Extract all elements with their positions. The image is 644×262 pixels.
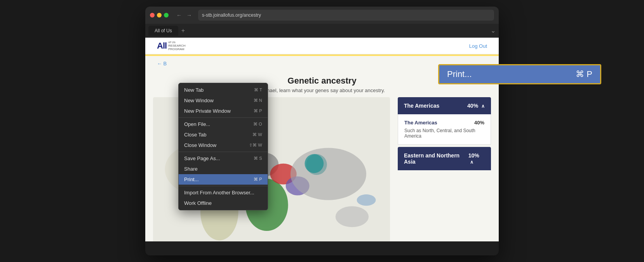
right-panel: The Americas 40% ∧ The Americas 40% Such… — [398, 97, 491, 241]
menu-shortcut-new-private: ⌘ P — [254, 108, 262, 114]
menu-separator-3 — [179, 186, 268, 186]
menu-shortcut-print: ⌘ P — [254, 177, 262, 182]
forward-arrow[interactable]: → — [185, 11, 193, 19]
americas-percentage: 40% — [467, 103, 478, 109]
traffic-lights — [150, 13, 169, 17]
menu-item-new-private-window[interactable]: New Private Window ⌘ P — [179, 106, 268, 116]
americas-pct-chevron: 40% ∧ — [467, 103, 485, 109]
menu-item-work-offline[interactable]: Work Offline — [179, 198, 268, 208]
menu-item-open-file[interactable]: Open File... ⌘ O — [179, 119, 268, 129]
menu-label-close-window: Close Window — [184, 142, 216, 148]
print-callout-label: Print... — [447, 69, 472, 79]
minimize-button[interactable] — [157, 13, 162, 17]
svg-point-7 — [291, 148, 366, 200]
menu-item-close-tab[interactable]: Close Tab ⌘ W — [179, 129, 268, 140]
active-tab[interactable]: All of Us — [148, 26, 178, 36]
menu-shortcut-save-page: ⌘ S — [254, 156, 262, 161]
menu-label-print: Print... — [184, 176, 199, 182]
ancestry-expanded-americas: The Americas 40% Such as North, Central,… — [398, 114, 491, 145]
back-arrow[interactable]: ← — [175, 11, 183, 19]
ancestry-section-americas-header[interactable]: The Americas 40% ∧ — [398, 97, 491, 114]
menu-label-share: Share — [184, 166, 198, 172]
menu-label-import: Import From Another Browser... — [184, 190, 254, 196]
menu-label-new-tab: New Tab — [184, 87, 204, 93]
logout-link[interactable]: Log Out — [469, 43, 487, 49]
menu-item-close-window[interactable]: Close Window ⇧⌘ W — [179, 140, 268, 150]
menu-item-new-tab[interactable]: New Tab ⌘ T — [179, 85, 268, 95]
browser-window: ← → s-stb.joinallofus.org/ancestry All o… — [145, 7, 499, 255]
back-button[interactable]: ← B — [157, 61, 487, 66]
menu-item-import-browser[interactable]: Import From Another Browser... — [179, 187, 268, 198]
menu-label-new-window: New Window — [184, 98, 214, 103]
address-bar[interactable]: s-stb.joinallofus.org/ancestry — [198, 10, 494, 21]
asia-percentage: 10% — [468, 152, 479, 159]
ancestry-section-asia-header[interactable]: Eastern and Northern Asia 10% ∧ — [398, 147, 491, 170]
menu-shortcut-new-tab: ⌘ T — [254, 87, 262, 93]
address-text: s-stb.joinallofus.org/ancestry — [202, 12, 261, 18]
menu-item-share[interactable]: Share — [179, 164, 268, 174]
title-bar: ← → s-stb.joinallofus.org/ancestry — [145, 7, 499, 24]
yellow-banner — [145, 54, 499, 56]
new-tab-button[interactable]: + — [181, 27, 185, 34]
menu-shortcut-close-tab: ⌘ W — [252, 132, 262, 137]
print-callout: Print... ⌘ P — [438, 64, 601, 84]
menu-item-print[interactable]: Print... ⌘ P — [179, 174, 268, 185]
menu-item-new-window[interactable]: New Window ⌘ N — [179, 95, 268, 106]
svg-point-8 — [336, 206, 369, 227]
fullscreen-button[interactable] — [164, 13, 169, 17]
ancestry-item-title: The Americas — [404, 120, 437, 126]
asia-chevron-icon: ∧ — [470, 159, 473, 165]
menu-label-close-tab: Close Tab — [184, 132, 207, 138]
menu-item-save-page[interactable]: Save Page As... ⌘ S — [179, 153, 268, 164]
back-label: ← B — [157, 61, 167, 66]
asia-pct-chevron: 10% ∧ — [468, 152, 485, 165]
americas-region-label: The Americas — [404, 103, 439, 109]
asia-region-label: Eastern and Northern Asia — [404, 152, 468, 165]
logo-area: All of UsRESEARCHPROGRAM — [157, 41, 186, 51]
menu-shortcut-close-window: ⇧⌘ W — [249, 143, 262, 148]
menu-separator-2 — [179, 152, 268, 152]
ancestry-item-desc: Such as North, Central, and South Americ… — [404, 128, 484, 139]
tab-bar: All of Us + ⌄ — [145, 24, 499, 38]
ancestry-item-row: The Americas 40% — [404, 120, 484, 126]
print-callout-shortcut: ⌘ P — [576, 69, 592, 79]
menu-label-open-file: Open File... — [184, 121, 210, 127]
tab-label: All of Us — [155, 28, 172, 33]
logo-subtitle: of UsRESEARCHPROGRAM — [168, 41, 185, 51]
tab-chevron[interactable]: ⌄ — [491, 27, 496, 34]
logo-text: All — [157, 41, 167, 51]
menu-label-save-page: Save Page As... — [184, 155, 220, 161]
menu-separator-1 — [179, 117, 268, 118]
close-button[interactable] — [150, 13, 155, 17]
americas-chevron-icon: ∧ — [481, 103, 485, 109]
menu-shortcut-open-file: ⌘ O — [253, 122, 262, 127]
ancestry-item-pct: 40% — [474, 120, 484, 126]
svg-point-10 — [305, 154, 324, 173]
nav-arrows: ← → — [175, 11, 193, 19]
menu-label-work-offline: Work Offline — [184, 200, 212, 206]
svg-point-9 — [357, 194, 376, 206]
context-menu: New Tab ⌘ T New Window ⌘ N New Private W… — [178, 83, 268, 210]
menu-shortcut-new-window: ⌘ N — [254, 98, 262, 103]
page-header: All of UsRESEARCHPROGRAM Log Out — [145, 38, 499, 54]
menu-label-new-private: New Private Window — [184, 108, 231, 114]
